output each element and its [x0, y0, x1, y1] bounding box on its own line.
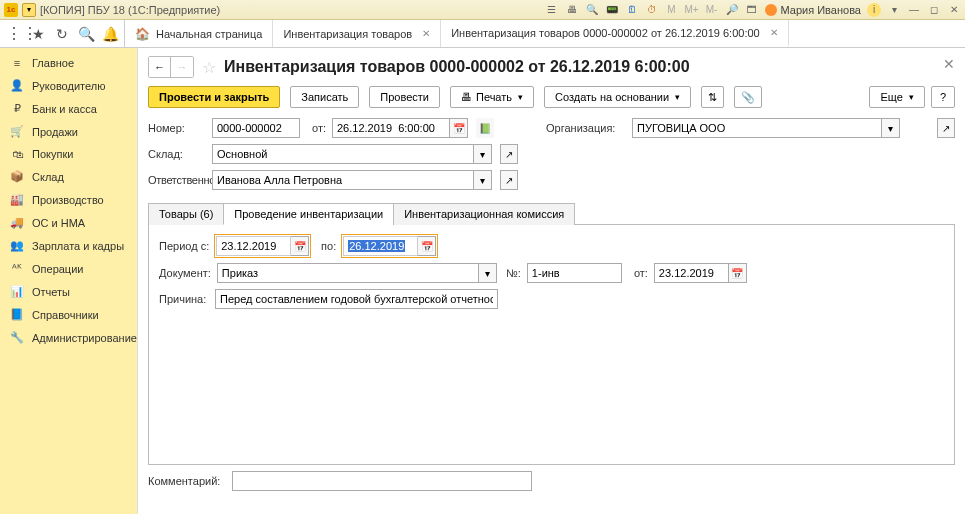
sidebar-item-admin[interactable]: 🔧Администрирование: [0, 326, 137, 349]
sidebar-item-production[interactable]: 🏭Производство: [0, 188, 137, 211]
doc-type-input[interactable]: [217, 263, 479, 283]
help-button[interactable]: ?: [931, 86, 955, 108]
mplus-icon[interactable]: M+: [685, 3, 699, 17]
sys-dd-icon[interactable]: ▾: [887, 3, 901, 17]
sidebar-item-purchases[interactable]: 🛍Покупки: [0, 143, 137, 165]
post-and-close-button[interactable]: Провести и закрыть: [148, 86, 280, 108]
post-button[interactable]: Провести: [369, 86, 440, 108]
reason-input[interactable]: [215, 289, 498, 309]
reports-icon: 📊: [10, 285, 24, 298]
subtab-commission[interactable]: Инвентаризационная комиссия: [393, 203, 575, 225]
bell-icon[interactable]: 🔔: [102, 26, 118, 42]
org-input[interactable]: [632, 118, 882, 138]
doc-num-input[interactable]: [527, 263, 622, 283]
sidebar-item-assets[interactable]: 🚚ОС и НМА: [0, 211, 137, 234]
history-icon[interactable]: ↻: [54, 26, 70, 42]
sidebar-item-catalogs[interactable]: 📘Справочники: [0, 303, 137, 326]
subtab-conduct[interactable]: Проведение инвентаризации: [223, 203, 394, 225]
favorite-toggle-icon[interactable]: ☆: [202, 58, 216, 77]
window-title: [КОПИЯ] ПБУ 18 (1С:Предприятие): [40, 4, 220, 16]
doc-date-input[interactable]: [654, 263, 729, 283]
manager-icon: 👤: [10, 79, 24, 92]
comment-input[interactable]: [232, 471, 532, 491]
warehouse-icon: 📦: [10, 170, 24, 183]
paperclip-icon: 📎: [741, 91, 755, 104]
sidebar: ≡Главное 👤Руководителю ₽Банк и касса 🛒Пр…: [0, 48, 138, 514]
tab-inventory-list[interactable]: Инвентаризация товаров ✕: [273, 20, 441, 47]
timer-icon[interactable]: ⏱: [645, 3, 659, 17]
comment-label: Комментарий:: [148, 475, 226, 487]
purchases-icon: 🛍: [10, 148, 24, 160]
calc-icon[interactable]: 📟: [605, 3, 619, 17]
sidebar-item-manager[interactable]: 👤Руководителю: [0, 74, 137, 97]
tab2-close-icon[interactable]: ✕: [770, 27, 778, 38]
toolbar: Провести и закрыть Записать Провести 🖶Пе…: [148, 86, 955, 108]
maximize-icon[interactable]: ◻: [927, 3, 941, 17]
minimize-icon[interactable]: —: [907, 3, 921, 17]
close-window-icon[interactable]: ✕: [947, 3, 961, 17]
calendar-icon[interactable]: 🗓: [625, 3, 639, 17]
period-from-input[interactable]: [216, 236, 291, 256]
doc-from-label: от:: [628, 267, 648, 279]
org-open-icon[interactable]: [937, 118, 955, 138]
doc-date-cal-icon[interactable]: [729, 263, 747, 283]
m-icon[interactable]: M: [665, 3, 679, 17]
responsible-dropdown-icon[interactable]: [474, 170, 492, 190]
period-to-input[interactable]: 26.12.2019: [343, 236, 418, 256]
help-sys-icon[interactable]: 🔎: [725, 3, 739, 17]
doc-type-dropdown-icon[interactable]: [479, 263, 497, 283]
print-icon[interactable]: 🖶: [565, 3, 579, 17]
back-button[interactable]: ←: [149, 57, 171, 77]
sidebar-item-warehouse[interactable]: 📦Склад: [0, 165, 137, 188]
sidebar-item-operations[interactable]: ᴬᴷОперации: [0, 257, 137, 280]
catalogs-icon: 📘: [10, 308, 24, 321]
warehouse-open-icon[interactable]: [500, 144, 518, 164]
calendar-picker-icon[interactable]: [450, 118, 468, 138]
org-dropdown-icon[interactable]: [882, 118, 900, 138]
print-icon-tb: 🖶: [461, 91, 472, 103]
info-icon[interactable]: i: [867, 3, 881, 17]
sales-icon: 🛒: [10, 125, 24, 138]
production-icon: 🏭: [10, 193, 24, 206]
responsible-open-icon[interactable]: [500, 170, 518, 190]
responsible-input[interactable]: [212, 170, 474, 190]
movement-button[interactable]: ⇅: [701, 86, 724, 108]
sidebar-item-payroll[interactable]: 👥Зарплата и кадры: [0, 234, 137, 257]
tab-inventory-doc[interactable]: Инвентаризация товаров 0000-000002 от 26…: [441, 20, 789, 47]
apps-grid-icon[interactable]: ⋮⋮⋮: [6, 26, 22, 42]
period-to-cal-icon[interactable]: [418, 236, 436, 256]
sidebar-item-bank[interactable]: ₽Банк и касса: [0, 97, 137, 120]
nav-icon[interactable]: ☰: [545, 3, 559, 17]
posted-status-icon[interactable]: 📗: [476, 118, 494, 138]
sidebar-item-reports[interactable]: 📊Отчеты: [0, 280, 137, 303]
number-input[interactable]: [212, 118, 300, 138]
user-menu[interactable]: Мария Иванова: [765, 4, 861, 16]
search-icon[interactable]: 🔍: [78, 26, 94, 42]
attach-button[interactable]: 📎: [734, 86, 762, 108]
date-input[interactable]: [332, 118, 450, 138]
sidebar-item-main[interactable]: ≡Главное: [0, 52, 137, 74]
warehouse-dropdown-icon[interactable]: [474, 144, 492, 164]
save-button[interactable]: Записать: [290, 86, 359, 108]
more-button[interactable]: Еще▾: [869, 86, 924, 108]
forward-button[interactable]: →: [171, 57, 193, 77]
payroll-icon: 👥: [10, 239, 24, 252]
window-icon[interactable]: 🗔: [745, 3, 759, 17]
tab1-close-icon[interactable]: ✕: [422, 28, 430, 39]
warehouse-label: Склад:: [148, 148, 206, 160]
period-from-cal-icon[interactable]: [291, 236, 309, 256]
subtab-goods[interactable]: Товары (6): [148, 203, 224, 225]
favorite-star-icon[interactable]: ★: [30, 26, 46, 42]
from-label: от:: [306, 122, 326, 134]
mminus-icon[interactable]: M-: [705, 3, 719, 17]
print-button[interactable]: 🖶Печать▾: [450, 86, 534, 108]
sidebar-item-sales[interactable]: 🛒Продажи: [0, 120, 137, 143]
reason-label: Причина:: [159, 293, 209, 305]
dropdown-app-icon[interactable]: ▾: [22, 3, 36, 17]
warehouse-input[interactable]: [212, 144, 474, 164]
tab-home[interactable]: 🏠 Начальная страница: [125, 20, 273, 47]
chevron-down-icon: ▾: [518, 92, 523, 102]
create-based-button[interactable]: Создать на основании▾: [544, 86, 691, 108]
close-page-icon[interactable]: ✕: [943, 56, 955, 72]
tool1-icon[interactable]: 🔍: [585, 3, 599, 17]
